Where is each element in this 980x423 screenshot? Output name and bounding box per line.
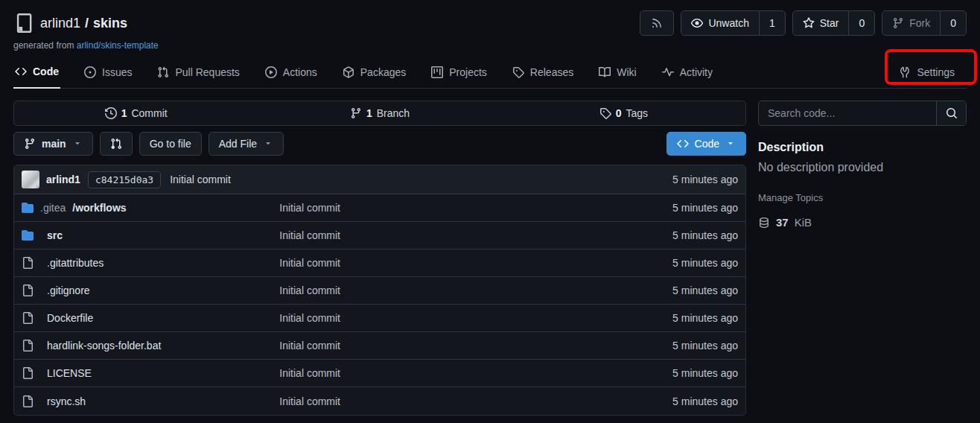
repo-title-separator: / <box>85 16 89 31</box>
file-commit-message-link[interactable]: Initial commit <box>279 312 672 324</box>
file-icon <box>22 312 34 324</box>
watchers-count[interactable]: 1 <box>759 11 785 35</box>
code-download-button[interactable]: Code <box>666 132 746 156</box>
file-name: LICENSE <box>47 367 92 379</box>
tab-issues[interactable]: Issues <box>83 60 133 88</box>
eye-icon <box>691 17 703 29</box>
tab-pull-requests[interactable]: Pull Requests <box>156 60 241 88</box>
add-file-label: Add File <box>219 138 257 150</box>
file-name-link[interactable]: rsync.sh <box>22 395 279 407</box>
file-commit-message-link[interactable]: Initial commit <box>279 340 672 352</box>
tab-activity[interactable]: Activity <box>661 60 714 88</box>
commit-author-avatar[interactable] <box>22 171 39 188</box>
file-name-link[interactable]: .gitignore <box>22 284 279 296</box>
tab-actions[interactable]: Actions <box>264 60 319 88</box>
commit-hash-link[interactable]: c84215d0a3 <box>88 171 161 188</box>
tab-packages-label: Packages <box>360 66 406 78</box>
commits-stat[interactable]: 1 Commit <box>14 101 258 125</box>
file-row: .gitea /workflows Initial commit 5 minut… <box>14 194 745 222</box>
repo-size-unit: KiB <box>795 216 812 229</box>
book-icon <box>599 66 611 78</box>
manage-topics-link[interactable]: Manage Topics <box>758 192 967 203</box>
tab-projects[interactable]: Projects <box>430 60 489 88</box>
tab-pull-requests-label: Pull Requests <box>175 66 239 78</box>
compare-button[interactable] <box>100 132 133 156</box>
file-name: Dockerfile <box>47 312 93 324</box>
git-compare-icon <box>110 138 122 150</box>
file-name-link[interactable]: LICENSE <box>22 367 279 379</box>
add-file-button[interactable]: Add File <box>209 132 284 156</box>
tab-releases-label: Releases <box>530 66 573 78</box>
tab-releases[interactable]: Releases <box>511 60 575 88</box>
tags-stat[interactable]: 0 Tags <box>502 101 745 125</box>
file-row: src Initial commit 5 minutes ago <box>14 222 745 249</box>
chevron-down-icon <box>72 139 83 149</box>
branches-stat[interactable]: 1 Branch <box>258 101 501 125</box>
tab-actions-label: Actions <box>283 66 317 78</box>
go-to-file-button[interactable]: Go to file <box>139 132 202 156</box>
commit-author-link[interactable]: arlind1 <box>46 174 80 185</box>
tab-projects-label: Projects <box>449 66 487 78</box>
commit-message-link[interactable]: Initial commit <box>170 174 231 185</box>
chevron-down-icon <box>725 139 736 149</box>
file-name-link[interactable]: Dockerfile <box>22 312 279 324</box>
branch-label: Branch <box>377 107 410 119</box>
branch-selector[interactable]: main <box>13 132 93 156</box>
file-path-prefix: .gitea <box>40 202 66 214</box>
file-name: src <box>47 229 63 241</box>
file-commit-message-link[interactable]: Initial commit <box>279 202 672 214</box>
repo-name-link[interactable]: skins <box>93 16 127 31</box>
stars-count[interactable]: 0 <box>848 11 874 35</box>
code-icon <box>677 138 689 150</box>
star-label: Star <box>820 17 839 29</box>
file-commit-message-link[interactable]: Initial commit <box>279 284 672 296</box>
file-commit-message-link[interactable]: Initial commit <box>279 257 672 269</box>
project-board-icon <box>431 66 443 78</box>
file-commit-message-link[interactable]: Initial commit <box>279 229 672 241</box>
tab-code-label: Code <box>33 66 59 77</box>
star-icon <box>803 17 815 29</box>
repo-main-panel: 1 Commit 1 Branch 0 Tags main <box>13 101 746 416</box>
file-commit-message-link[interactable]: Initial commit <box>279 395 672 407</box>
tab-code[interactable]: Code <box>13 60 60 89</box>
rss-button[interactable] <box>640 10 674 36</box>
description-heading: Description <box>758 141 967 154</box>
search-code-input[interactable] <box>759 101 936 125</box>
tab-settings-label: Settings <box>917 66 955 78</box>
tab-wiki-label: Wiki <box>617 66 636 78</box>
forks-count[interactable]: 0 <box>940 11 966 35</box>
generated-from-line: generated from arlind/skins-template <box>13 40 967 51</box>
git-branch-icon <box>24 138 36 150</box>
history-clock-icon <box>105 107 117 119</box>
file-commit-time: 5 minutes ago <box>672 312 738 324</box>
file-name: .gitattributes <box>47 257 104 269</box>
file-name-link[interactable]: .gitea /workflows <box>22 202 279 214</box>
file-commit-time: 5 minutes ago <box>672 202 738 214</box>
issue-opened-icon <box>84 66 96 78</box>
pulse-icon <box>662 66 674 78</box>
current-branch-name: main <box>42 138 66 150</box>
repo-size: 37 KiB <box>758 216 967 229</box>
file-name-link[interactable]: hardlink-songs-folder.bat <box>22 340 279 352</box>
file-name-link[interactable]: .gitattributes <box>22 257 279 269</box>
tab-issues-label: Issues <box>102 66 132 78</box>
repo-owner-link[interactable]: arlind1 <box>40 16 80 31</box>
tab-settings[interactable]: Settings <box>897 60 956 88</box>
file-commit-time: 5 minutes ago <box>672 284 738 296</box>
file-row: rsync.sh Initial commit 5 minutes ago <box>14 387 745 415</box>
tab-packages[interactable]: Packages <box>341 60 407 88</box>
file-commit-message-link[interactable]: Initial commit <box>279 367 672 379</box>
star-button[interactable]: Star <box>793 11 849 35</box>
file-name-link[interactable]: src <box>22 229 279 241</box>
fork-button[interactable]: Fork <box>882 11 940 35</box>
tab-wiki[interactable]: Wiki <box>597 60 637 88</box>
rss-icon <box>651 17 663 29</box>
file-row: LICENSE Initial commit 5 minutes ago <box>14 360 745 387</box>
search-submit-button[interactable] <box>936 101 966 125</box>
folder-icon <box>22 202 34 214</box>
template-repo-link[interactable]: arlind/skins-template <box>77 40 159 51</box>
code-icon <box>15 66 27 77</box>
unwatch-button[interactable]: Unwatch <box>681 11 758 35</box>
git-pull-request-icon <box>157 66 169 78</box>
file-commit-time: 5 minutes ago <box>672 367 738 379</box>
